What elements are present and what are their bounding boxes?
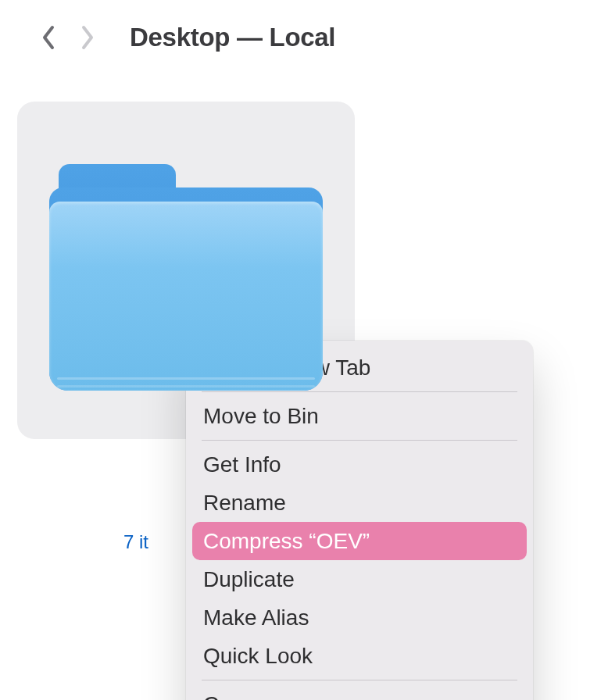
menu-compress[interactable]: Compress “OEV” [192,522,527,560]
menu-make-alias[interactable]: Make Alias [192,598,527,637]
menu-label: Quick Look [203,642,313,670]
menu-divider [202,391,517,392]
menu-copy[interactable]: Copy [192,685,527,700]
header-bar: Desktop — Local [0,0,608,53]
chevron-left-icon [41,24,56,51]
menu-label: Move to Bin [203,402,319,430]
back-button[interactable] [38,22,59,53]
menu-divider [202,440,517,441]
folder-item[interactable] [17,102,355,439]
menu-label: Copy [203,691,254,700]
menu-rename[interactable]: Rename [192,484,527,522]
menu-duplicate[interactable]: Duplicate [192,560,527,598]
menu-get-info[interactable]: Get Info [192,445,527,484]
menu-label: Get Info [203,451,281,478]
menu-label: Compress “OEV” [203,527,370,555]
context-menu: Open in New Tab Move to Bin Get Info Ren… [186,341,533,700]
menu-move-to-bin[interactable]: Move to Bin [192,397,527,435]
menu-label: Rename [203,489,286,516]
menu-label: Make Alias [203,604,309,631]
page-title: Desktop — Local [130,23,335,52]
menu-quick-look[interactable]: Quick Look [192,637,527,675]
folder-icon [49,164,323,391]
content-area: O 7 it Open in New Tab Move to Bin Get I… [0,53,608,439]
menu-divider [202,680,517,680]
chevron-right-icon [80,24,95,51]
forward-button[interactable] [77,22,98,53]
menu-label: Duplicate [203,566,295,593]
